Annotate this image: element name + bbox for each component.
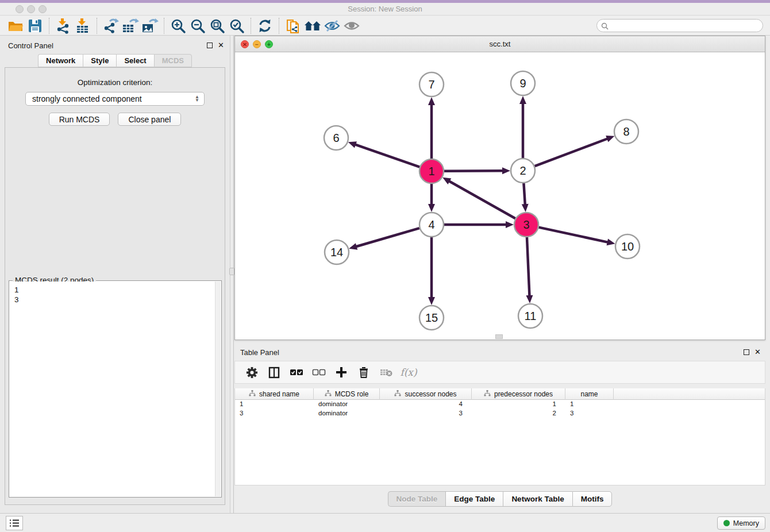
node-label-3: 3 (523, 218, 529, 231)
column-header-name[interactable]: name (565, 388, 614, 400)
open-session-icon[interactable] (6, 17, 25, 34)
criterion-value: strongly connected component (32, 94, 142, 103)
toolbar-separator (279, 18, 279, 34)
zoom-fit-icon[interactable] (207, 17, 227, 34)
arrowhead (428, 204, 435, 212)
arrowhead (428, 297, 435, 305)
main-toolbar (0, 16, 770, 36)
network-window-titlebar[interactable]: ✕ − + scc.txt (235, 36, 765, 52)
save-session-icon[interactable] (25, 17, 45, 34)
node-table: shared nameMCDS rolesuccessor nodesprede… (234, 388, 765, 485)
export-image-icon[interactable] (140, 17, 160, 34)
cell-name[interactable]: 1 (565, 400, 614, 409)
edge-3-10[interactable] (539, 228, 609, 242)
control-panel-title: Control Panel (8, 41, 53, 50)
create-column-icon[interactable] (334, 365, 348, 379)
vertical-splitter[interactable] (230, 36, 234, 513)
close-panel-icon[interactable]: ✕ (218, 41, 224, 49)
copy-network-icon[interactable] (283, 17, 303, 34)
mcds-result-list[interactable]: 13 (10, 282, 215, 496)
arrowhead (607, 239, 615, 246)
canvas-scroll-grip[interactable] (495, 334, 503, 339)
cell-shared-name[interactable]: 3 (235, 409, 314, 418)
cell-name[interactable]: 3 (565, 409, 614, 418)
table-tabs: Node TableEdge TableNetwork TableMotifs (234, 491, 765, 507)
table-settings-gear-icon[interactable] (245, 365, 259, 379)
zoom-out-icon[interactable] (188, 17, 207, 34)
import-table-icon[interactable] (73, 17, 93, 34)
arrowhead (526, 295, 533, 303)
sort-hierarchy-icon (394, 390, 401, 398)
edge-1-6[interactable] (355, 144, 419, 167)
cell-shared-name[interactable]: 1 (235, 400, 314, 409)
splitter-grip[interactable] (229, 268, 234, 275)
tab-network-table[interactable]: Network Table (503, 491, 572, 507)
cell-predecessor-nodes[interactable]: 2 (472, 409, 565, 418)
task-history-button[interactable] (6, 516, 23, 530)
edge-2-3[interactable] (523, 183, 525, 205)
show-column-panel-icon[interactable] (267, 365, 281, 379)
tab-network[interactable]: Network (38, 54, 83, 67)
delete-column-icon[interactable] (357, 365, 371, 379)
tab-select[interactable]: Select (116, 54, 153, 67)
table-row[interactable]: 3dominator323 (235, 409, 765, 418)
column-header-successor-nodes[interactable]: successor nodes (380, 388, 472, 400)
function-builder-icon-disabled: f(x) (402, 365, 415, 379)
network-canvas[interactable]: 1234678910111415 (235, 52, 765, 340)
arrowhead (349, 243, 357, 250)
tab-node-table[interactable]: Node Table (388, 491, 446, 507)
node-label-1: 1 (428, 165, 434, 178)
tab-motifs[interactable]: Motifs (572, 491, 613, 507)
first-neighbors-icon[interactable] (303, 17, 322, 34)
tab-edge-table[interactable]: Edge Table (445, 491, 503, 507)
zoom-in-icon[interactable] (168, 17, 188, 34)
node-label-14: 14 (330, 246, 343, 259)
column-header-shared-name[interactable]: shared name (235, 388, 314, 400)
toolbar-separator (251, 18, 251, 34)
edge-3-1[interactable] (449, 181, 515, 219)
tab-style[interactable]: Style (83, 54, 116, 67)
edge-4-14[interactable] (356, 228, 419, 246)
export-network-icon[interactable] (101, 17, 121, 34)
network-view-window: ✕ − + scc.txt 1234678910111415 (234, 36, 765, 340)
result-scrollbar[interactable] (215, 282, 221, 496)
sort-hierarchy-icon (249, 390, 256, 398)
import-network-icon[interactable] (53, 17, 73, 34)
cell-MCDS-role[interactable]: dominator (314, 400, 380, 409)
node-table-header: shared nameMCDS rolesuccessor nodesprede… (235, 388, 765, 400)
node-label-8: 8 (623, 125, 629, 138)
select-all-columns-icon[interactable] (290, 365, 303, 379)
close-table-panel-icon[interactable]: ✕ (754, 348, 761, 356)
cell-successor-nodes[interactable]: 3 (380, 409, 472, 418)
tab-mcds[interactable]: MCDS (154, 54, 192, 67)
float-table-panel-icon[interactable] (744, 349, 749, 355)
cell-MCDS-role[interactable]: dominator (314, 409, 380, 418)
cell-successor-nodes[interactable]: 4 (380, 400, 472, 409)
search-input[interactable] (596, 19, 763, 32)
zoom-selected-icon[interactable] (227, 17, 247, 34)
edge-1-2[interactable] (444, 171, 503, 171)
search-icon (601, 22, 609, 32)
edge-2-8[interactable] (535, 138, 609, 166)
show-all-icon[interactable] (342, 17, 361, 34)
column-header-MCDS-role[interactable]: MCDS role (314, 388, 380, 400)
memory-button[interactable]: Memory (717, 516, 765, 530)
column-header-predecessor-nodes[interactable]: predecessor nodes (472, 388, 565, 400)
float-panel-icon[interactable] (207, 43, 213, 48)
export-table-icon[interactable] (121, 17, 140, 34)
result-line: 1 (14, 285, 215, 295)
unselect-all-columns-icon[interactable] (312, 365, 326, 379)
table-row[interactable]: 1dominator411 (235, 400, 765, 409)
edge-3-11[interactable] (527, 237, 530, 296)
table-panel-title: Table Panel (240, 348, 279, 357)
column-label: MCDS role (335, 390, 369, 398)
arrowhead (428, 97, 435, 105)
sort-hierarchy-icon (484, 390, 491, 398)
criterion-select[interactable]: strongly connected component ▲▼ (25, 92, 205, 106)
refresh-layout-icon[interactable] (255, 17, 275, 34)
close-panel-button[interactable]: Close panel (118, 113, 181, 126)
result-line: 3 (14, 295, 215, 304)
hide-selection-icon[interactable] (322, 17, 342, 34)
cell-predecessor-nodes[interactable]: 1 (472, 400, 565, 409)
run-mcds-button[interactable]: Run MCDS (49, 113, 110, 126)
